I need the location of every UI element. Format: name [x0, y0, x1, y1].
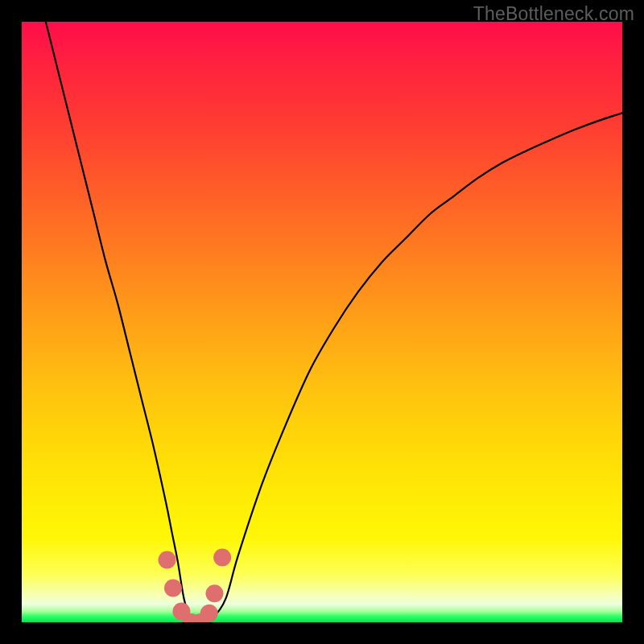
- chart-plot-area: [22, 22, 622, 622]
- curve-path: [46, 22, 622, 622]
- valley-markers: [159, 548, 232, 622]
- marker-dot: [205, 584, 223, 602]
- bottleneck-curve: [46, 22, 622, 622]
- marker-dot: [200, 605, 218, 622]
- chart-svg: [22, 22, 622, 622]
- marker-dot: [164, 579, 182, 597]
- marker-dot: [159, 551, 176, 568]
- chart-frame: TheBottleneck.com: [0, 0, 644, 644]
- marker-dot: [213, 548, 231, 566]
- watermark-text: TheBottleneck.com: [473, 3, 634, 25]
